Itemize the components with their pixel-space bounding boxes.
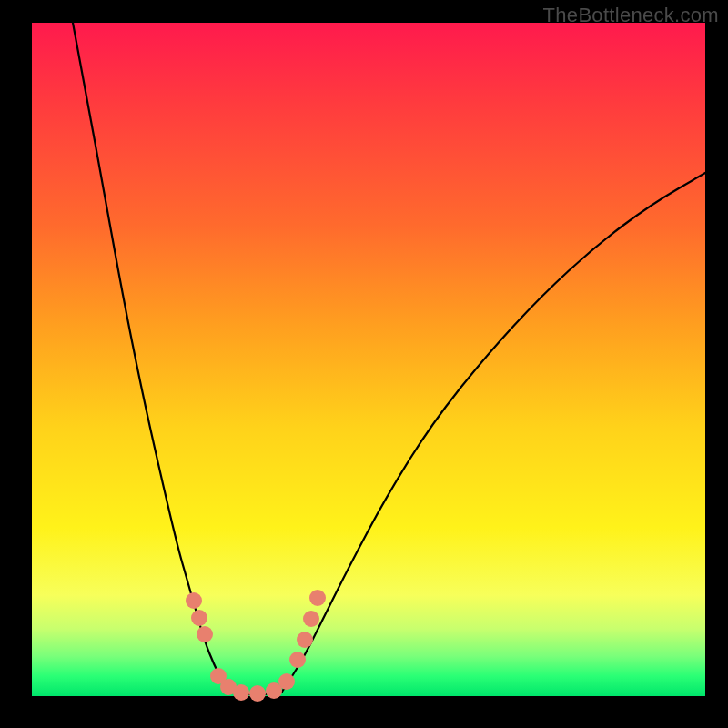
chart-frame: TheBottleneck.com [0, 0, 728, 728]
marker-dot [197, 626, 213, 642]
plot-area [32, 23, 705, 696]
marker-dot [191, 610, 207, 626]
marker-dot [289, 652, 306, 668]
marker-dot [309, 590, 326, 606]
marker-dot [249, 685, 266, 702]
marker-dot [303, 611, 319, 627]
marker-dot [186, 592, 202, 609]
marker-dot [278, 673, 295, 690]
marker-dot [233, 684, 249, 701]
curve-group [73, 23, 705, 694]
chart-svg [32, 23, 705, 696]
watermark-text: TheBottleneck.com [543, 4, 719, 27]
marker-dot [297, 632, 313, 648]
curve-right-branch [282, 173, 705, 692]
curve-left-branch [73, 23, 232, 692]
